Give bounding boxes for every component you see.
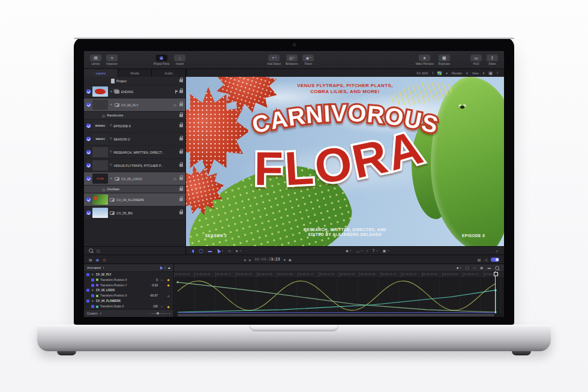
search-icon[interactable] xyxy=(89,249,93,253)
lock-icon[interactable] xyxy=(179,211,183,214)
disclosure-triangle[interactable]: ▼ xyxy=(110,177,113,180)
lock-icon[interactable] xyxy=(179,164,183,167)
lock-icon[interactable] xyxy=(179,79,183,82)
image-icon[interactable]: ▱ xyxy=(473,266,476,270)
kf-property-row[interactable]: Transform.Position.X 0 ◇ ◆ xyxy=(84,277,173,283)
layer-checkbox[interactable] xyxy=(86,124,91,128)
timing-display-toggle[interactable] xyxy=(491,258,499,262)
layer-checkbox[interactable] xyxy=(86,137,91,141)
layer-checkbox[interactable] xyxy=(86,103,91,107)
play-button[interactable]: ▶ xyxy=(289,258,292,262)
timeline-ruler[interactable]: 00:00:00:0000:00:00:0600:00:00:1200:00:0… xyxy=(174,272,504,278)
keyframes-menu-icon[interactable]: ◆ xyxy=(456,266,458,270)
layer-checkbox[interactable] xyxy=(86,150,91,154)
kf-checkbox[interactable] xyxy=(86,273,89,276)
kf-checkbox[interactable] xyxy=(91,279,94,282)
library-button[interactable]: ▤ Library xyxy=(90,55,101,65)
add-object-button[interactable]: +▾ Add Object xyxy=(267,55,281,65)
kf-value[interactable]: -60.67 xyxy=(142,294,158,297)
playhead[interactable] xyxy=(495,271,496,313)
custom-popup[interactable]: Custom xyxy=(87,312,98,315)
layer-checkbox[interactable] xyxy=(86,89,91,94)
render-menu[interactable]: Render xyxy=(452,71,462,75)
keyframe-button[interactable]: ◆ xyxy=(166,305,171,309)
zoom-out-icon[interactable]: − xyxy=(149,312,151,315)
layer-row-venus[interactable]: T VENUS FLYTRAPS, PITCHER P... xyxy=(84,159,185,172)
keyframe-button[interactable]: ◆ xyxy=(166,283,171,287)
sketch-keyframes-tool[interactable]: ∕ xyxy=(165,266,166,270)
mask-tool[interactable]: ▣ xyxy=(383,249,386,253)
kf-property-row[interactable]: Transform.Position.X -60.67 ◆ xyxy=(84,293,173,298)
replicate-button[interactable]: ▦ Replicate xyxy=(439,55,450,65)
layer-row-episode-6[interactable]: EPISODE 6 T EPISODE 6 xyxy=(84,119,185,133)
disclosure-triangle[interactable]: ▼ xyxy=(91,300,94,303)
layer-checkbox[interactable] xyxy=(86,176,91,181)
horizontal-scrollbar[interactable] xyxy=(174,313,504,317)
disclosure-triangle[interactable]: ▼ xyxy=(110,90,113,93)
zoom-stepper-icon[interactable]: ▴▾ xyxy=(433,71,434,74)
timecode-display[interactable]: 00:00:03:23 xyxy=(254,257,280,262)
layer-row-season-2[interactable]: SEASON 2 T SEASON 2 xyxy=(84,133,185,146)
camera-icon[interactable]: ▣ xyxy=(480,266,483,270)
filters-button[interactable]: ◈▾ Filters xyxy=(302,55,314,65)
kf-value[interactable]: -0.63 xyxy=(142,284,158,287)
zoom-level-control[interactable]: Fit: 62% xyxy=(417,71,428,75)
behavior-indicator-icon[interactable]: ◎ xyxy=(173,103,176,107)
behaviors-button[interactable]: ◎▾ Behaviors xyxy=(286,55,298,65)
kf-property-row[interactable]: Transform.Position.Y -0.63 ◆ xyxy=(84,283,173,288)
lock-icon[interactable] xyxy=(179,90,183,93)
clip-icon[interactable]: ◯ xyxy=(466,266,469,270)
project-pane-button[interactable]: ▣ Project Pane xyxy=(154,55,169,65)
layer-row-oscillate[interactable]: ◎ Oscillate xyxy=(84,185,185,193)
layer-row-randomize[interactable]: ◎ Randomize xyxy=(84,112,185,119)
previous-frame-button[interactable]: ◂ xyxy=(244,258,245,262)
import-button[interactable]: ↓ Import xyxy=(174,55,185,65)
bezier-tool[interactable]: ◡ xyxy=(356,249,359,253)
kf-checkbox[interactable] xyxy=(91,284,94,287)
lock-icon[interactable] xyxy=(179,103,183,106)
oscillate-curve[interactable] xyxy=(178,281,496,310)
show-keyframe-editor-icon[interactable]: ◉ xyxy=(96,258,99,262)
film-icon[interactable]: ▤ xyxy=(478,258,481,262)
kf-group-row[interactable]: ▼ CV_04_FLOWERS xyxy=(84,298,173,304)
graph-zoom-slider[interactable]: − + xyxy=(104,312,170,315)
disclosure-triangle[interactable]: ▼ xyxy=(110,103,113,106)
lock-icon[interactable] xyxy=(179,124,183,127)
disclosure-triangle[interactable]: ▼ xyxy=(91,289,94,292)
rectangle-tool[interactable]: ■ xyxy=(346,249,349,253)
layer-checkbox[interactable] xyxy=(86,198,91,202)
inspector-button[interactable]: ≡ Inspector xyxy=(106,55,118,65)
film-icon[interactable]: ▬ xyxy=(487,266,491,270)
layer-row-cv-02-fly[interactable]: ▼ CV_02_FLY ◎ xyxy=(84,98,185,112)
kf-checkbox[interactable] xyxy=(86,300,89,303)
lock-icon[interactable] xyxy=(179,177,183,180)
kf-checkbox[interactable] xyxy=(91,305,94,308)
share-button[interactable]: ↥ Share xyxy=(487,55,498,65)
color-channels-icon[interactable] xyxy=(437,71,442,75)
view-layers-icon[interactable]: ▬ xyxy=(208,249,212,253)
layer-row-research[interactable]: T RESEARCH, WRITTEN, DIRECT... xyxy=(84,146,185,159)
zoom-in-icon[interactable]: + xyxy=(169,312,170,315)
curve-plot-area[interactable] xyxy=(174,278,504,313)
line-tool[interactable]: ∕ xyxy=(367,249,368,253)
disclosure-triangle[interactable]: ▼ xyxy=(91,273,94,276)
behavior-indicator-icon[interactable]: ◎ xyxy=(173,176,176,181)
layer-checkbox[interactable] xyxy=(86,163,91,167)
playhead-handle[interactable] xyxy=(494,272,498,276)
make-particles-button[interactable]: ∗ Make Particles xyxy=(416,55,434,65)
lock-icon[interactable] xyxy=(179,137,183,140)
audio-icon[interactable]: ◁ xyxy=(484,258,487,262)
slider-track[interactable] xyxy=(152,313,167,314)
kf-value[interactable]: 0 xyxy=(142,279,158,282)
animated-popup[interactable]: Animated xyxy=(87,266,101,270)
keyframe-marker[interactable] xyxy=(177,282,179,283)
paint-tool[interactable]: ● xyxy=(236,249,238,253)
box-select-tool[interactable]: ▰ xyxy=(168,266,170,270)
view-solid-icon[interactable]: ▮ xyxy=(192,249,194,253)
kf-checkbox[interactable] xyxy=(86,289,89,292)
lock-icon[interactable] xyxy=(179,198,183,201)
layout-grid-icon[interactable]: ▦ xyxy=(488,71,493,75)
lock-icon[interactable] xyxy=(179,151,183,154)
kf-group-row[interactable]: ▼ CV_02_FLY xyxy=(84,272,173,277)
kf-property-row[interactable]: Transform.Scale.X 100 ◇ ◆ xyxy=(84,304,173,309)
